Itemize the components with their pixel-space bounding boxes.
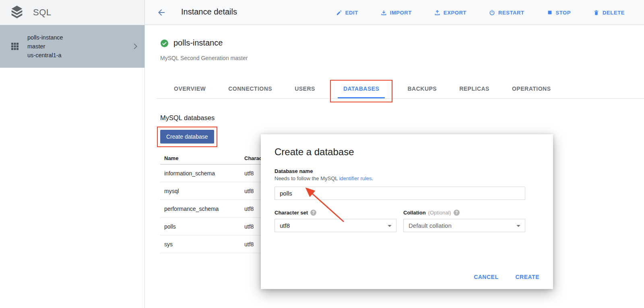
charset-select[interactable]: utf8 [275,219,396,232]
collation-label: Collation [403,210,426,216]
cloud-sql-console: SQL Instance details EDIT IMPORT [0,0,644,308]
charset-field: Character set utf8 [275,210,396,232]
instance-status-check-icon [160,39,169,48]
edit-button-label: EDIT [345,10,358,16]
sidebar-instance-text: polls-instance master us-central1-a [27,33,63,60]
create-database-button[interactable]: Create database [160,130,214,144]
delete-button-label: DELETE [603,10,625,16]
instance-grid-icon [11,43,19,50]
tab-overview[interactable]: OVERVIEW [174,85,206,98]
pencil-icon [336,10,342,16]
instance-action-bar: EDIT IMPORT EXPORT RESTART [336,0,625,25]
charset-help-icon[interactable] [310,210,316,216]
help-text-suffix: . [372,175,374,181]
product-name: SQL [33,7,52,18]
collation-field: Collation (Optional) Default collation [403,210,525,232]
sidebar-instance-role: master [27,42,63,51]
cancel-button[interactable]: CANCEL [474,274,498,280]
column-header-name: Name [160,155,244,161]
back-button[interactable] [156,8,167,18]
collation-selected-value: Default collation [409,222,452,229]
instance-subtitle: MySQL Second Generation master [160,55,248,61]
sidebar-item-instance[interactable]: polls-instance master us-central1-a [0,25,144,68]
edit-button[interactable]: EDIT [336,10,358,16]
instance-tab-bar: OVERVIEW CONNECTIONS USERS DATABASES BAC… [156,79,644,99]
tab-operations[interactable]: OPERATIONS [512,85,551,98]
restart-button-label: RESTART [498,10,524,16]
stop-icon [547,10,553,15]
collation-help-icon[interactable] [454,210,460,216]
product-logo-area: SQL [0,0,145,25]
create-database-wrap: Create database [160,130,214,144]
import-button-label: IMPORT [390,10,412,16]
sidebar: polls-instance master us-central1-a [0,25,145,308]
tab-connections[interactable]: CONNECTIONS [228,85,272,98]
identifier-rules-link[interactable]: identifier rules [339,175,372,181]
db-name-cell: performance_schema [160,206,244,212]
sidebar-instance-zone: us-central1-a [27,51,63,60]
stop-button[interactable]: STOP [547,10,571,16]
tab-replicas[interactable]: REPLICAS [459,85,489,98]
chevron-down-icon [516,225,520,227]
db-name-cell: mysql [160,188,244,194]
export-button[interactable]: EXPORT [434,10,466,16]
stop-button-label: STOP [556,10,571,16]
dialog-title: Create a database [275,146,539,158]
db-name-cell: polls [160,223,244,230]
create-button[interactable]: CREATE [515,274,539,280]
instance-name: polls-instance [173,38,223,48]
trash-icon [593,10,599,16]
cloud-sql-icon [10,5,23,20]
import-icon [381,10,387,16]
tab-databases[interactable]: DATABASES [338,85,385,98]
section-heading: MySQL databases [160,114,215,122]
restart-icon [489,10,495,16]
page-title: Instance details [181,7,237,17]
top-app-bar: SQL Instance details EDIT IMPORT [0,0,644,25]
db-name-cell: sys [160,241,244,248]
charset-selected-value: utf8 [280,222,290,229]
export-button-label: EXPORT [444,10,466,16]
tab-databases-label: DATABASES [343,85,380,92]
database-name-input[interactable] [275,187,525,200]
dialog-selects-row: Character set utf8 Collation (Optional) … [275,210,539,232]
database-name-label: Database name [275,168,539,174]
charset-label: Character set [275,210,308,216]
export-icon [434,10,440,16]
chevron-right-icon [131,42,140,51]
dialog-actions: CANCEL CREATE [474,274,539,280]
database-name-help: Needs to follow the MySQL identifier rul… [275,175,539,181]
help-text-prefix: Needs to follow the MySQL [275,175,339,181]
delete-button[interactable]: DELETE [593,10,625,16]
tab-users[interactable]: USERS [295,85,315,98]
db-name-cell: information_schema [160,170,244,177]
chevron-down-icon [388,225,392,227]
sidebar-instance-name: polls-instance [27,33,63,42]
create-database-dialog: Create a database Database name Needs to… [261,134,553,289]
tab-backups[interactable]: BACKUPS [407,85,437,98]
collation-optional-label: (Optional) [428,210,451,216]
restart-button[interactable]: RESTART [489,10,524,16]
import-button[interactable]: IMPORT [381,10,412,16]
collation-select[interactable]: Default collation [403,219,525,232]
